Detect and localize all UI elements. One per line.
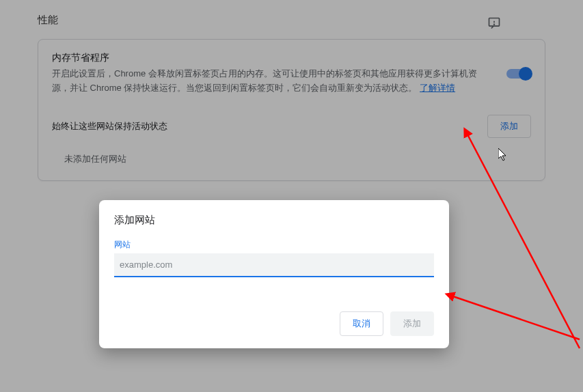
add-site-dialog: 添加网站 网站 取消 添加 [99,200,449,348]
dialog-title: 添加网站 [114,214,434,227]
cancel-button[interactable]: 取消 [340,311,383,336]
site-url-input[interactable] [114,253,434,277]
confirm-add-button[interactable]: 添加 [390,311,434,336]
site-field-label: 网站 [114,239,434,251]
